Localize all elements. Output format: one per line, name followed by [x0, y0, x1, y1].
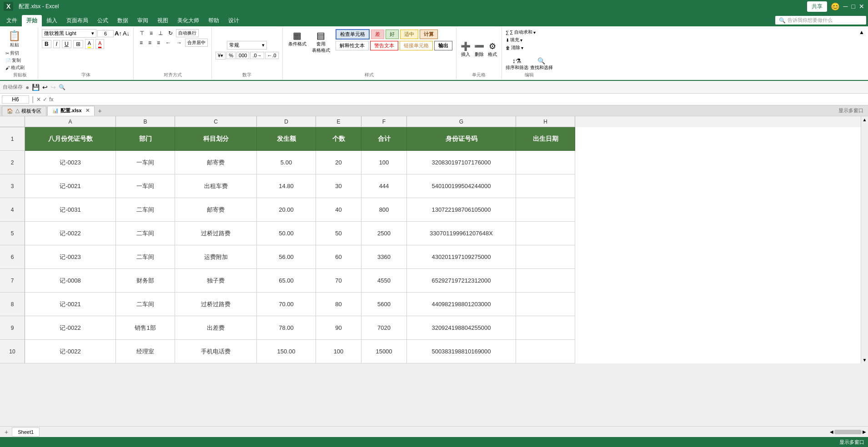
save-button[interactable]: 💾 [32, 84, 40, 91]
number-format-selector[interactable]: 常规▾ [227, 41, 267, 50]
copy-button[interactable]: 📄复制 [5, 57, 21, 64]
cell[interactable]: 4550 [361, 269, 407, 293]
insert-function-icon[interactable]: fx [49, 96, 53, 103]
calc-style[interactable]: 计算 [420, 30, 438, 39]
neutral-style[interactable]: 适中 [400, 30, 418, 39]
cell[interactable]: 销售1部 [116, 316, 175, 340]
tab-view[interactable]: 视图 [153, 15, 173, 26]
row-header[interactable]: 2 [0, 151, 25, 174]
output-style[interactable]: 输出 [434, 41, 452, 50]
underline-button[interactable]: U [62, 40, 71, 48]
decrease-font-icon[interactable]: A↓ [123, 30, 130, 37]
link-cell-style[interactable]: 链接单元格 [400, 41, 433, 50]
cell[interactable] [516, 151, 575, 174]
cell[interactable]: 一车间 [116, 151, 175, 174]
cell[interactable] [516, 198, 575, 222]
cell[interactable]: 60 [316, 245, 361, 269]
row-header[interactable]: 7 [0, 269, 25, 293]
cell[interactable] [516, 174, 575, 198]
cell[interactable]: 二车间 [116, 293, 175, 316]
multi-window-button[interactable]: 显示多窗口 [836, 106, 866, 115]
cell[interactable]: 出租车费 [175, 174, 257, 198]
explain-text-style[interactable]: 解释性文本 [336, 41, 369, 50]
cell[interactable]: 2500 [361, 222, 407, 245]
increase-font-icon[interactable]: A↑ [115, 30, 122, 37]
cell[interactable]: 过桥过路费 [175, 293, 257, 316]
font-color-button[interactable]: A [95, 39, 104, 49]
clear-button[interactable]: 🗑清除▾ [506, 45, 553, 51]
align-bottom-button[interactable]: ⊥ [156, 29, 165, 37]
tab-help[interactable]: 帮助 [204, 15, 224, 26]
cell[interactable]: 40 [316, 198, 361, 222]
cell[interactable]: 320830197107176000 [407, 151, 516, 174]
tab-review[interactable]: 审阅 [133, 15, 153, 26]
cell[interactable]: 100 [316, 340, 361, 363]
row-header[interactable]: 1 [0, 127, 25, 151]
cell[interactable]: 记-0021 [25, 293, 116, 316]
cell[interactable]: 身份证号码 [407, 127, 516, 151]
cell[interactable]: 个数 [316, 127, 361, 151]
cell[interactable] [516, 269, 575, 293]
bad-style[interactable]: 差 [371, 30, 384, 39]
cell[interactable]: 运费附加 [175, 245, 257, 269]
cell[interactable]: 记-0021 [25, 174, 116, 198]
autosave-toggle[interactable]: ● [25, 84, 29, 91]
border-button[interactable]: ⊞ [73, 40, 83, 48]
align-left-button[interactable]: ≡ [137, 39, 145, 47]
cell[interactable]: 70.00 [257, 293, 316, 316]
row-header[interactable]: 3 [0, 174, 25, 198]
cell[interactable]: 5600 [361, 293, 407, 316]
cell[interactable]: 50 [316, 222, 361, 245]
align-top-button[interactable]: ⊤ [137, 29, 146, 37]
tab-data[interactable]: 数据 [113, 15, 133, 26]
paste-button[interactable]: 📋 粘贴 [5, 29, 23, 49]
cell[interactable]: 800 [361, 198, 407, 222]
ribbon-collapse-button[interactable]: ▲ [857, 27, 866, 37]
cell[interactable]: 一车间 [116, 174, 175, 198]
cell[interactable]: 3360 [361, 245, 407, 269]
cell[interactable]: 发生额 [257, 127, 316, 151]
undo-button[interactable]: ↩ [42, 84, 48, 91]
cell[interactable]: 记-0031 [25, 198, 116, 222]
bold-button[interactable]: B [42, 40, 51, 48]
cell[interactable]: 330701199961207648X [407, 222, 516, 245]
cell[interactable]: 70 [316, 269, 361, 293]
cell[interactable]: 78.00 [257, 316, 316, 340]
cell[interactable]: 财务部 [116, 269, 175, 293]
cell[interactable]: 5.00 [257, 151, 316, 174]
find-select-button[interactable]: 🔍 查找和选择 [530, 57, 553, 71]
cell[interactable] [516, 293, 575, 316]
col-header-a[interactable]: A [25, 116, 116, 127]
cell[interactable]: 邮寄费 [175, 151, 257, 174]
cell[interactable]: 邮寄费 [175, 198, 257, 222]
cell[interactable]: 独子费 [175, 269, 257, 293]
cell[interactable]: 90 [316, 316, 361, 340]
cell[interactable]: 7020 [361, 316, 407, 340]
cell[interactable]: 记-0022 [25, 316, 116, 340]
confirm-formula-icon[interactable]: ✓ [43, 96, 47, 103]
row-header[interactable]: 8 [0, 293, 25, 316]
tab-insert[interactable]: 插入 [42, 15, 62, 26]
close-tab-icon[interactable]: ✕ [85, 108, 90, 114]
italic-button[interactable]: I [53, 40, 60, 48]
row-header[interactable]: 5 [0, 222, 25, 245]
add-file-tab-button[interactable]: + [95, 106, 105, 115]
table-format-button[interactable]: ▤ 套用 表格格式 [310, 29, 332, 55]
file-tab-templates[interactable]: 🏠 △ 模板专区 △ 模板专区 [2, 106, 46, 116]
cell[interactable]: 部门 [116, 127, 175, 151]
insert-button[interactable]: ➕ 插入 [461, 41, 471, 58]
cell[interactable]: 记-0023 [25, 245, 116, 269]
tab-home[interactable]: 开始 [22, 15, 42, 26]
cell[interactable]: 14.80 [257, 174, 316, 198]
cell[interactable]: 科目划分 [175, 127, 257, 151]
cell[interactable]: 记-0023 [25, 151, 116, 174]
increase-decimal-button[interactable]: .0→ [250, 52, 264, 59]
cell[interactable]: 八月份凭证号数 [25, 127, 116, 151]
wrap-text-button[interactable]: 自动换行 [176, 29, 199, 37]
cell[interactable]: 430201197109275000 [407, 245, 516, 269]
tab-formula[interactable]: 公式 [93, 15, 113, 26]
format-button[interactable]: ⚙ 格式 [488, 41, 497, 58]
cell-reference-box[interactable]: H6 [2, 95, 29, 104]
cell[interactable]: 444 [361, 174, 407, 198]
cell[interactable]: 出生日期 [516, 127, 575, 151]
